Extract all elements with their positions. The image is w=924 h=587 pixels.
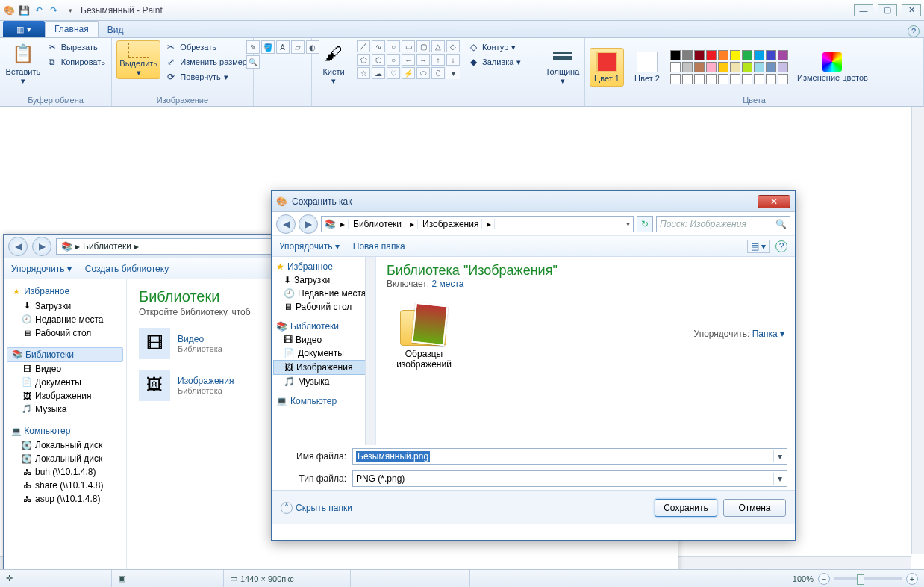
color-swatch-empty[interactable] xyxy=(706,74,717,84)
color-swatch[interactable] xyxy=(754,62,764,72)
search-input[interactable]: Поиск: Изображения 🔍 xyxy=(656,216,790,232)
color1-swatch xyxy=(596,52,617,72)
tree-scrollbar[interactable] xyxy=(365,257,375,445)
back-button[interactable]: ◀ xyxy=(8,237,28,256)
color-swatch[interactable] xyxy=(694,62,705,72)
computer-icon: 💻 xyxy=(11,426,22,436)
forward-button[interactable]: ▶ xyxy=(32,237,51,256)
save-button[interactable]: Сохранить xyxy=(655,499,717,517)
color-swatch[interactable] xyxy=(670,62,681,72)
new-library-button[interactable]: Создать библиотеку xyxy=(85,264,169,274)
dialog-organize-button[interactable]: Упорядочить ▾ xyxy=(279,241,340,252)
color-swatch-empty[interactable] xyxy=(766,74,776,84)
dialog-back-button[interactable]: ◀ xyxy=(276,214,296,234)
color-swatch[interactable] xyxy=(754,50,764,60)
color-swatch-empty[interactable] xyxy=(730,74,740,84)
save-icon[interactable]: 💾 xyxy=(18,4,30,16)
dialog-forward-button[interactable]: ▶ xyxy=(299,214,318,234)
eraser-icon[interactable]: ▱ xyxy=(291,40,305,54)
close-button[interactable]: ✕ xyxy=(902,4,921,16)
color-swatch-empty[interactable] xyxy=(754,74,764,84)
dialog-new-folder-button[interactable]: Новая папка xyxy=(353,241,405,252)
folder-sample-images[interactable]: Образцы изображений xyxy=(387,302,461,370)
cut-button[interactable]: ✂Вырезать xyxy=(45,40,107,54)
dialog-tree[interactable]: ★Избранное ⬇Загрузки 🕘Недавние места 🖥Ра… xyxy=(272,257,376,445)
color-swatch[interactable] xyxy=(682,50,693,60)
color-swatch[interactable] xyxy=(682,62,693,72)
edit-colors-button[interactable]: Изменение цветов xyxy=(794,51,871,84)
zoom-in-button[interactable]: + xyxy=(906,573,918,585)
includes-link[interactable]: 2 места xyxy=(432,279,464,289)
color-swatch[interactable] xyxy=(730,50,740,60)
chevron-down-icon[interactable]: ▾ xyxy=(773,473,785,485)
explorer-tree[interactable]: ★ Избранное ⬇Загрузки 🕘Недавние места 🖥Р… xyxy=(4,279,127,586)
color-swatch-empty[interactable] xyxy=(670,74,681,84)
bucket-icon[interactable]: 🪣 xyxy=(261,40,275,54)
color-swatch-empty[interactable] xyxy=(718,74,728,84)
dialog-help-icon[interactable]: ? xyxy=(775,240,787,252)
redo-icon[interactable]: ↷ xyxy=(48,4,60,16)
color-swatch[interactable] xyxy=(778,50,788,60)
pencil-icon[interactable]: ✎ xyxy=(246,40,260,54)
color-swatch-empty[interactable] xyxy=(742,74,752,84)
dialog-close-button[interactable]: ✕ xyxy=(758,195,790,208)
minimize-button[interactable]: — xyxy=(854,4,873,16)
thickness-button[interactable]: Толщина▾ xyxy=(545,40,580,87)
magnifier-icon[interactable]: 🔍 xyxy=(246,55,260,69)
file-tab[interactable]: ▥ ▾ xyxy=(3,21,45,37)
filename-input[interactable]: Безымянный.png ▾ xyxy=(352,448,787,465)
copy-button[interactable]: ⧉Копировать xyxy=(45,55,107,69)
color-swatch[interactable] xyxy=(694,50,705,60)
paste-button[interactable]: 📋 Вставить▾ xyxy=(4,40,42,87)
tools-grid[interactable]: ✎🪣A ▱◐🔍 xyxy=(246,40,319,69)
text-icon[interactable]: A xyxy=(276,40,290,54)
color1-button[interactable]: Цвет 1 xyxy=(590,48,624,87)
shape-fill-button[interactable]: ◆Заливка ▾ xyxy=(466,55,522,69)
color-swatch-empty[interactable] xyxy=(682,74,693,84)
filetype-dropdown[interactable]: PNG (*.png) ▾ xyxy=(352,470,787,487)
refresh-button[interactable]: ↻ xyxy=(637,216,653,232)
color2-button[interactable]: Цвет 2 xyxy=(630,50,664,84)
chevron-down-icon[interactable]: ▾ xyxy=(773,450,785,462)
color-swatch[interactable] xyxy=(778,62,788,72)
drive-icon: 💽 xyxy=(22,440,32,450)
resize-button[interactable]: ⤢Изменить размер xyxy=(163,55,249,69)
desktop-icon: 🖥 xyxy=(22,328,32,338)
color-swatch[interactable] xyxy=(766,62,776,72)
crop-button[interactable]: ✂Обрезать xyxy=(163,40,249,54)
zoom-out-button[interactable]: − xyxy=(818,573,830,585)
color-swatch[interactable] xyxy=(718,50,728,60)
color-swatch[interactable] xyxy=(706,62,717,72)
tab-view[interactable]: Вид xyxy=(99,22,133,37)
color-swatch[interactable] xyxy=(670,50,681,60)
qat-dropdown-icon[interactable]: ▾ xyxy=(63,4,75,16)
hide-folders-button[interactable]: ˄ Скрыть папки xyxy=(281,502,352,514)
zoom-slider[interactable] xyxy=(834,577,902,580)
sort-dropdown[interactable]: Папка ▾ xyxy=(752,329,784,339)
dialog-address-bar[interactable]: 📚 ▸ Библиотеки ▸ Изображения ▸ ▾ xyxy=(321,216,634,232)
cancel-button[interactable]: Отмена xyxy=(723,499,786,517)
maximize-button[interactable]: ▢ xyxy=(878,4,897,16)
vertical-scrollbar[interactable] xyxy=(911,107,924,554)
color-swatch-empty[interactable] xyxy=(694,74,705,84)
color-swatch[interactable] xyxy=(706,50,717,60)
shape-outline-button[interactable]: ◇Контур ▾ xyxy=(466,40,522,54)
palette[interactable] xyxy=(670,50,788,84)
music-icon: 🎵 xyxy=(22,404,32,414)
color2-swatch xyxy=(637,52,658,72)
select-button[interactable]: Выделить▾ xyxy=(116,40,160,79)
brushes-button[interactable]: 🖌 Кисти▾ xyxy=(316,40,351,87)
undo-icon[interactable]: ↶ xyxy=(33,4,45,16)
rotate-button[interactable]: ⟳Повернуть ▾ xyxy=(163,70,249,84)
color-swatch[interactable] xyxy=(766,50,776,60)
color-swatch[interactable] xyxy=(718,62,728,72)
help-icon[interactable]: ? xyxy=(908,25,920,37)
tab-home[interactable]: Главная xyxy=(45,21,99,37)
color-swatch[interactable] xyxy=(730,62,740,72)
shapes-gallery[interactable]: ／∿○▭▢△◇ ⬠⬡○←→↑↓ ☆☁♡⚡⬭⬯▾ xyxy=(357,40,460,79)
organize-button[interactable]: Упорядочить ▾ xyxy=(11,264,72,274)
color-swatch[interactable] xyxy=(742,62,752,72)
view-button[interactable]: ▤ ▾ xyxy=(747,240,770,253)
color-swatch-empty[interactable] xyxy=(778,74,788,84)
color-swatch[interactable] xyxy=(742,50,752,60)
